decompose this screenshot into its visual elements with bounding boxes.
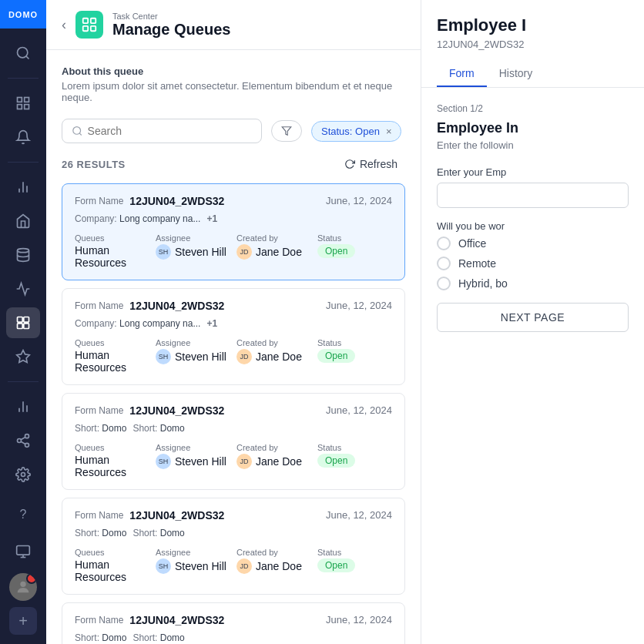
status-value: Open: [317, 244, 392, 258]
radio-option-remote[interactable]: Remote: [437, 257, 629, 270]
sidebar-item-help[interactable]: ?: [6, 499, 40, 530]
meta-assignee: Assignee SH Steven Hill: [156, 233, 230, 269]
search-input-wrap[interactable]: [62, 119, 262, 143]
header: ‹ Task Center Manage Queues: [46, 0, 421, 50]
tab-history[interactable]: History: [487, 61, 545, 87]
creator-avatar: JD: [236, 349, 252, 364]
panel-id: 12JUN04_2WDS32: [437, 39, 629, 50]
tab-form[interactable]: Form: [437, 61, 487, 87]
form-name-row: Form Name 12JUN04_2WDS32: [75, 404, 224, 417]
sidebar-item-home[interactable]: [6, 206, 40, 236]
tag-item: Short: Domo: [132, 632, 184, 643]
svg-line-33: [79, 133, 82, 136]
avatar[interactable]: [9, 573, 37, 601]
panel-tabs: Form History: [437, 61, 629, 87]
svg-point-23: [22, 473, 25, 477]
tag-item: Short: Domo: [75, 423, 126, 434]
assignee-value: SH Steven Hill: [156, 244, 230, 260]
form-name-label: Form Name: [75, 196, 123, 206]
sidebar-item-magic[interactable]: [6, 341, 40, 372]
sidebar-item-share[interactable]: [6, 425, 40, 456]
form-card[interactable]: Form Name 12JUN04_2WDS32 June, 12, 2024 …: [62, 393, 405, 490]
svg-rect-29: [91, 18, 96, 23]
sidebar-item-reports[interactable]: [6, 391, 40, 422]
section-indicator: Section 1/2: [437, 103, 629, 114]
form-card[interactable]: Form Name 12JUN04_2WDS32 June, 12, 2024 …: [62, 498, 405, 595]
assignee-label: Assignee: [156, 233, 230, 243]
sidebar-item-settings[interactable]: [6, 459, 40, 490]
employee-field-label: Enter your Emp: [437, 166, 629, 178]
status-value: Open: [317, 558, 392, 572]
sidebar-item-search[interactable]: [6, 38, 40, 69]
assignee-avatar: SH: [156, 454, 171, 469]
sidebar-nav: [6, 29, 40, 499]
form-date: June, 12, 2024: [326, 509, 392, 521]
next-page-button[interactable]: NEXT PAGE: [437, 303, 629, 332]
svg-rect-13: [24, 324, 29, 329]
queues-label: Queues: [75, 443, 149, 452]
sidebar-item-bar-chart[interactable]: [6, 172, 40, 203]
card-header: Form Name 12JUN04_2WDS32 June, 12, 2024: [75, 614, 392, 626]
svg-rect-4: [25, 105, 29, 109]
card-header: Form Name 12JUN04_2WDS32 June, 12, 2024: [75, 404, 392, 417]
add-button[interactable]: +: [9, 607, 37, 635]
svg-point-18: [25, 434, 29, 438]
meta-queues: Queues Human Resources: [75, 233, 149, 269]
tag-item: Short: Domo: [75, 632, 126, 643]
radio-circle-remote: [437, 257, 451, 270]
creator-avatar: JD: [236, 558, 252, 574]
svg-point-20: [25, 443, 29, 447]
meta-status: Status Open: [317, 443, 392, 478]
queues-value: Human Resources: [75, 244, 149, 269]
meta-queues: Queues Human Resources: [75, 338, 149, 374]
filter-button[interactable]: [271, 120, 302, 142]
form-card[interactable]: Form Name 12JUN04_2WDS32 June, 12, 2024 …: [62, 288, 405, 385]
sidebar-divider-1: [8, 78, 39, 79]
form-name-label: Form Name: [75, 510, 123, 521]
main-content: ‹ Task Center Manage Queues About this q…: [46, 0, 421, 644]
sidebar-item-store[interactable]: [6, 536, 40, 567]
remove-filter-button[interactable]: ×: [386, 126, 392, 137]
sidebar-item-workflows[interactable]: [6, 307, 40, 338]
radio-group: Office Remote Hybrid, bo: [437, 236, 629, 290]
radio-label-remote: Remote: [458, 257, 496, 270]
radio-option-office[interactable]: Office: [437, 236, 629, 250]
svg-point-9: [18, 249, 29, 253]
form-name-row: Form Name 12JUN04_2WDS32: [75, 195, 224, 207]
svg-rect-28: [83, 18, 88, 23]
form-meta: Queues Human Resources Assignee SH Steve…: [75, 338, 392, 374]
tag-badge: +1: [206, 213, 217, 224]
created-value: JD Jane Doe: [236, 349, 311, 364]
form-card[interactable]: Form Name 12JUN04_2WDS32 June, 12, 2024 …: [62, 183, 405, 280]
results-bar: 26 RESULTS Refresh: [62, 154, 405, 174]
status-filter-chip[interactable]: Status: Open ×: [311, 121, 401, 142]
section-description: Enter the followin: [437, 139, 629, 151]
svg-marker-34: [282, 127, 291, 136]
radio-option-hybrid[interactable]: Hybrid, bo: [437, 277, 629, 290]
assignee-value: SH Steven Hill: [156, 558, 230, 574]
form-id: 12JUN04_2WDS32: [129, 404, 224, 417]
refresh-button[interactable]: Refresh: [337, 154, 405, 174]
queues-label: Queues: [75, 338, 149, 347]
back-button[interactable]: ‹: [62, 17, 66, 33]
employee-field-input[interactable]: [437, 183, 629, 208]
sidebar-item-activity[interactable]: [6, 273, 40, 304]
creator-avatar: JD: [236, 454, 252, 469]
sidebar-item-dashboard[interactable]: [6, 88, 40, 119]
svg-rect-10: [18, 317, 23, 323]
queues-value: Human Resources: [75, 349, 149, 374]
search-input[interactable]: [88, 125, 252, 137]
status-badge: Open: [317, 558, 355, 572]
sidebar-item-alerts[interactable]: [6, 122, 40, 153]
form-id: 12JUN04_2WDS32: [129, 300, 224, 312]
search-bar: Status: Open ×: [62, 119, 405, 143]
svg-rect-5: [18, 105, 22, 109]
meta-created: Created by JD Jane Doe: [236, 443, 311, 478]
sidebar-item-database[interactable]: [6, 240, 40, 270]
breadcrumb: Task Center: [112, 12, 230, 21]
right-panel: Employee I 12JUN04_2WDS32 Form History S…: [421, 0, 644, 644]
created-label: Created by: [236, 233, 311, 243]
form-date: June, 12, 2024: [326, 195, 392, 206]
form-meta: Queues Human Resources Assignee SH Steve…: [75, 548, 392, 583]
form-card[interactable]: Form Name 12JUN04_2WDS32 June, 12, 2024 …: [62, 602, 405, 644]
